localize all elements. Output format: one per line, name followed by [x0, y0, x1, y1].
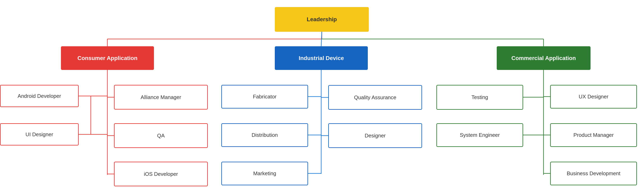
marketing-label: Marketing [253, 170, 276, 177]
svg-line-3 [321, 32, 322, 46]
testing-node: Testing [436, 85, 523, 110]
ios-developer-label: iOS Developer [144, 171, 178, 177]
marketing-node: Marketing [221, 162, 308, 185]
designer-label: Designer [364, 133, 386, 139]
ui-designer-node: UI Designer [0, 123, 79, 145]
commercial-application-label: Commercial Application [512, 55, 576, 61]
distribution-node: Distribution [221, 123, 308, 147]
product-manager-node: Product Manager [550, 123, 637, 147]
testing-label: Testing [472, 94, 488, 100]
leadership-label: Leadership [307, 16, 337, 23]
ui-designer-label: UI Designer [26, 131, 53, 138]
product-manager-label: Product Manager [574, 132, 614, 138]
alliance-manager-label: Alliance Manager [140, 94, 181, 100]
qa-label: QA [157, 133, 165, 139]
leadership-node: Leadership [275, 7, 369, 32]
industrial-device-node: Industrial Device [275, 46, 368, 70]
quality-assurance-node: Quality Assurance [328, 85, 422, 110]
designer-node: Designer [328, 123, 422, 148]
fabricator-node: Fabricator [221, 85, 308, 109]
android-developer-node: Android Developer [0, 85, 79, 107]
business-development-node: Business Development [550, 162, 637, 185]
android-developer-label: Android Developer [18, 93, 61, 99]
ios-developer-node: iOS Developer [114, 162, 208, 186]
system-engineer-node: System Engineer [436, 123, 523, 147]
commercial-application-node: Commercial Application [497, 46, 590, 70]
business-development-label: Business Development [567, 170, 620, 177]
ux-designer-label: UX Designer [579, 94, 608, 100]
consumer-application-label: Consumer Application [78, 55, 138, 61]
ux-designer-node: UX Designer [550, 85, 637, 109]
distribution-label: Distribution [252, 132, 278, 138]
system-engineer-label: System Engineer [460, 132, 500, 138]
fabricator-label: Fabricator [253, 94, 276, 100]
org-chart: Leadership Consumer Application Android … [0, 0, 644, 194]
industrial-device-label: Industrial Device [298, 55, 344, 61]
alliance-manager-node: Alliance Manager [114, 85, 208, 110]
qa-node: QA [114, 123, 208, 148]
quality-assurance-label: Quality Assurance [354, 94, 396, 101]
consumer-application-node: Consumer Application [61, 46, 154, 70]
